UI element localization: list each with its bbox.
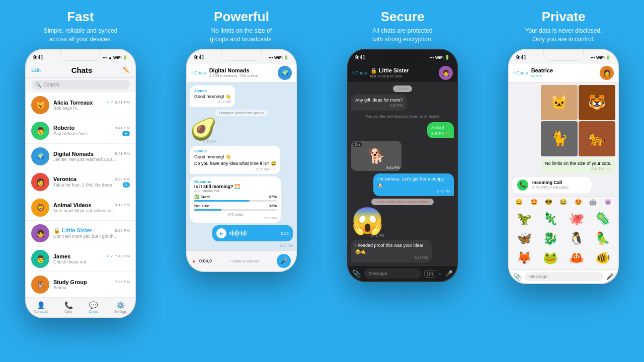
phone-private: 9:41 ▪▪▪ WiFi 🔋 ‹ Chats Beatrice online …	[508, 49, 619, 284]
msg-gift-ideas: Any gift ideas for mom? 9:30 PM	[351, 95, 407, 111]
sticker-item[interactable]: 🐉	[538, 229, 562, 247]
poll-bubble: Roxanne Is it still morning? 🌅 Anonymous…	[190, 176, 281, 223]
mic-icon[interactable]: 🎤	[445, 270, 453, 277]
private-contact-name: Beatrice	[531, 67, 597, 73]
search-bar: 🔍 Search	[26, 78, 135, 93]
photo-msg-time: 9:41 PM ✓✓	[545, 166, 611, 171]
voice-time: 8:17 AM	[190, 244, 293, 247]
tab-chats[interactable]: 💬 Chats	[89, 301, 98, 313]
emoji-item[interactable]: 😍	[575, 199, 582, 206]
compose-button[interactable]: ✏️	[123, 67, 130, 73]
panel-fast: Fast Simple, reliable and syncedacross a…	[0, 0, 161, 362]
search-input[interactable]: 🔍 Search	[31, 80, 130, 89]
wave-bar	[239, 232, 240, 234]
sticker-item[interactable]: 🦊	[512, 249, 536, 267]
chat-item-veronica[interactable]: 👩 Veronica 9:22 PM Table for four, 2 PM.…	[26, 169, 135, 195]
chat-item-study-group[interactable]: 🦉 Study Group 7:36 PM Emma	[26, 272, 135, 298]
sticker-item[interactable]: 🦋	[512, 229, 536, 247]
wave-bar	[244, 230, 245, 236]
emoji-item[interactable]: 🤖	[589, 199, 597, 206]
edit-button[interactable]: Edit	[31, 67, 41, 73]
msg-serious: I'm serious. Let's get her a puppy. 🐶 9:…	[373, 173, 454, 196]
dark-contact-name: 🔒 Little Sister	[370, 67, 436, 74]
back-button-2[interactable]: ‹ Chats	[191, 70, 206, 75]
sticker-item[interactable]: 🦠	[591, 210, 615, 228]
phone-fast: 9:41 ▪▪▪ ▲ WiFi 🔋 Edit Chats ✏️ 🔍 Search…	[25, 49, 136, 318]
chat-preview: Say hello to Alice.	[53, 131, 89, 136]
message-placeholder: Message	[369, 271, 387, 276]
waveform	[229, 229, 278, 237]
chat-info-roberto: Roberto 9:41 PM Say hello to Alice. ●	[53, 125, 130, 136]
poll-option-percent: 33%	[269, 204, 277, 208]
back-button-4[interactable]: ‹ Chats	[513, 70, 528, 75]
sticker-item[interactable]: 🐧	[565, 229, 589, 247]
sticker-item[interactable]: 🦎	[538, 210, 562, 228]
mic-icon-private[interactable]: 🎤	[606, 273, 614, 280]
chat-item-little-sister[interactable]: 👧 🔒 Little Sister 8:28 PM Don't tell mom…	[26, 221, 135, 246]
photo-cell-2: 🐯	[579, 85, 615, 120]
attach-icon[interactable]: 📎	[352, 269, 361, 278]
tab-calls[interactable]: 📞 Calls	[64, 301, 73, 313]
phone-notch-3	[382, 50, 423, 61]
chat-item-alicia[interactable]: 😺 Alicia Torreaux ✓✓ 9:41 PM Bob says hi…	[26, 93, 135, 118]
emoji-item[interactable]: 😎	[545, 199, 552, 206]
chat-preview: Check these out	[53, 259, 119, 264]
emoji-item[interactable]: 👾	[604, 199, 612, 206]
chat-item-animal-videos[interactable]: 🦁 Animal Videos 9:12 PM Vote now! Moar c…	[26, 195, 135, 221]
video-time: 9:41 PM	[386, 166, 399, 169]
tab-settings[interactable]: ⚙️ Settings	[114, 301, 127, 313]
panel-secure-subtitle: All chats are protectedwith strong encry…	[372, 27, 433, 44]
back-button-3[interactable]: ‹ Chats	[352, 70, 367, 75]
chat-item-james[interactable]: 👨 James ✓✓ 7:42 PM Check these out	[26, 246, 135, 272]
chat-name: James	[53, 253, 70, 259]
chat-name: Study Group	[53, 279, 87, 285]
emoji-item[interactable]: 🤩	[530, 199, 538, 206]
emoji-item[interactable]: 😀	[515, 199, 523, 206]
avatar-james: 👨	[31, 250, 49, 268]
chat-name-row: Animal Videos 9:12 PM	[53, 202, 130, 208]
photo-grid: 🐱 🐯 🐈 🐆	[541, 85, 615, 156]
tab-settings-label: Settings	[114, 310, 127, 313]
sticker-item[interactable]: 🐙	[565, 210, 589, 228]
emoji-item[interactable]: 😂	[559, 199, 567, 206]
play-button[interactable]: ▶	[216, 228, 226, 238]
private-message-input[interactable]: Message	[524, 272, 604, 281]
sticker-item[interactable]: 🦀	[565, 249, 589, 267]
sticker-item[interactable]: 🐸	[538, 249, 562, 267]
dark-message-input[interactable]: Message	[364, 268, 421, 279]
attach-icon-private[interactable]: 📎	[513, 273, 522, 281]
chat-name-row: 🔒 Little Sister 8:28 PM	[53, 227, 130, 234]
chat-time: 9:12 PM	[115, 203, 130, 207]
chat-item-digital-nomads[interactable]: 🌍 Digital Nomads 9:41 PM Jennie: We just…	[26, 144, 135, 169]
status-icons-3: ▪▪▪ WiFi 🔋	[430, 55, 450, 60]
poll-option-percent: 67%	[269, 195, 277, 199]
phone-notch-2	[221, 50, 262, 61]
call-title: Incoming Call	[532, 180, 587, 185]
msg-text: Any gift ideas for mom?	[355, 97, 403, 104]
emoji-icon[interactable]: ☺	[438, 272, 442, 276]
photo-cell-3: 🐈	[541, 121, 578, 156]
panel-secure: Secure All chats are protectedwith stron…	[322, 0, 483, 362]
panel-fast-subtitle: Simple, reliable and syncedacross all yo…	[44, 27, 118, 44]
sticker-item[interactable]: 🦜	[591, 229, 615, 247]
panel-secure-title: Secure	[381, 9, 425, 25]
chat-info-james: James ✓✓ 7:42 PM Check these out	[53, 253, 130, 264]
chat-name-little-sister: 🔒 Little Sister	[53, 227, 92, 234]
dark-contact-avatar: 👧	[439, 66, 453, 80]
wave-bar	[235, 231, 236, 236]
chat-item-roberto[interactable]: 👨 Roberto 9:41 PM Say hello to Alice. ●	[26, 118, 135, 144]
chat-name-row: Veronica 9:22 PM	[53, 176, 130, 182]
poll-bar-fill	[194, 200, 250, 202]
system-msg-dwayne: Dwayne joined the group	[215, 110, 268, 116]
chat-preview: Table for four, 2 PM. Be there.	[53, 183, 114, 188]
sticker-item[interactable]: 🦖	[512, 210, 536, 228]
sticker-item[interactable]: 🐠	[591, 249, 615, 267]
system-msg-screenshot: Little Sister took a screenshot!	[371, 199, 433, 205]
tab-contacts[interactable]: 👤 Contacts	[34, 301, 48, 313]
chat-name-row: Study Group 7:36 PM	[53, 279, 130, 285]
phone-secure: 9:41 ▪▪▪ WiFi 🔋 ‹ Chats 🔒 Little Sister …	[347, 49, 458, 283]
chat-preview: Don't tell mom yet, but I got the job!	[53, 234, 119, 239]
wave-bar	[246, 231, 247, 235]
mic-button[interactable]: 🎤	[277, 254, 291, 268]
dark-chat-header: ‹ Chats 🔒 Little Sister last seen just n…	[348, 64, 457, 82]
